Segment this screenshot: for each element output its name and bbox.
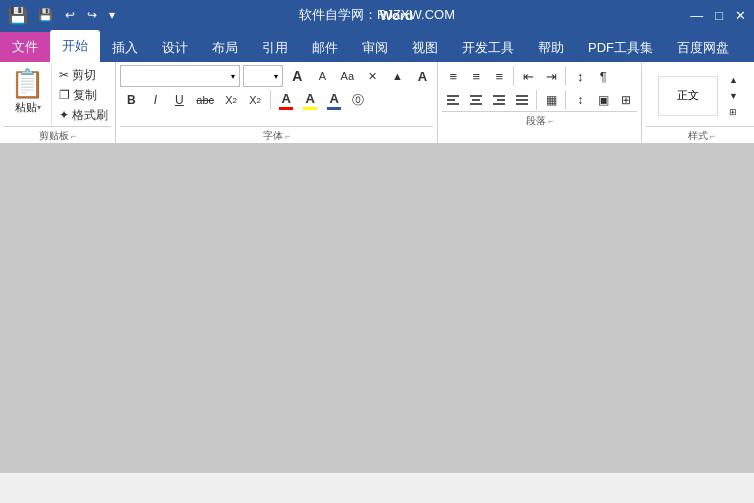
svg-rect-3 (470, 95, 482, 97)
border-button[interactable]: ⊞ (615, 89, 637, 111)
maximize-icon[interactable]: □ (715, 8, 723, 23)
svg-rect-1 (447, 99, 455, 101)
styles-more-button[interactable]: ⊞ (722, 105, 744, 119)
increase-indent-button[interactable]: ⇥ (540, 65, 562, 87)
align-left-icon (446, 93, 460, 107)
font-section-label[interactable]: 字体 ⌐ (120, 126, 433, 143)
clipboard-section: 📋 粘贴 ▾ ✂ 剪切 ❐ 复制 ✦ 格式刷 剪贴板 ⌐ (0, 62, 116, 143)
tab-baidu[interactable]: 百度网盘 (665, 34, 741, 62)
clipboard-expand-icon[interactable]: ⌐ (71, 131, 76, 141)
styles-content: 正文 ▲ ▼ ⊞ (646, 65, 754, 126)
svg-rect-7 (497, 99, 505, 101)
format-painter-button[interactable]: ✦ 格式刷 (56, 106, 111, 125)
clipboard-section-label[interactable]: 剪贴板 ⌐ (4, 126, 111, 143)
customize-quick-access-icon[interactable]: ▾ (105, 6, 119, 24)
numbering-button[interactable]: ≡ (465, 65, 487, 87)
window-title: 软件自学网：RJZXW.COM (299, 6, 455, 24)
tab-insert[interactable]: 插入 (100, 34, 150, 62)
line-spacing-button[interactable]: ↕ (569, 89, 591, 111)
align-right-button[interactable] (488, 89, 510, 111)
change-case-button[interactable]: Aa (336, 65, 358, 87)
font-size-dropdown[interactable]: ▾ (243, 65, 283, 87)
styles-expand-icon[interactable]: ⌐ (710, 131, 715, 141)
show-marks-button[interactable]: ¶ (592, 65, 614, 87)
font-format-row: B I U abc X2 X2 A A (120, 89, 433, 111)
tab-pdf[interactable]: PDF工具集 (576, 34, 665, 62)
para-divider1 (513, 66, 514, 86)
subscript-button[interactable]: X2 (220, 89, 242, 111)
underline-button[interactable]: U (168, 89, 190, 111)
multilevel-list-button[interactable]: ≡ (488, 65, 510, 87)
char-button[interactable]: A (411, 65, 433, 87)
tab-layout[interactable]: 布局 (200, 34, 250, 62)
save-icon[interactable]: 💾 (34, 6, 57, 24)
tab-developer[interactable]: 开发工具 (450, 34, 526, 62)
strikethrough-button[interactable]: abc (192, 89, 218, 111)
tab-design[interactable]: 设计 (150, 34, 200, 62)
svg-rect-5 (470, 103, 482, 105)
tab-references[interactable]: 引用 (250, 34, 300, 62)
align-center-button[interactable] (465, 89, 487, 111)
justify-icon (515, 93, 529, 107)
styles-scroll-down-button[interactable]: ▼ (722, 89, 744, 103)
font-shrink-button[interactable]: A (311, 65, 333, 87)
font-size-arrow: ▾ (274, 72, 278, 81)
decrease-indent-button[interactable]: ⇤ (517, 65, 539, 87)
tab-file[interactable]: 文件 (0, 32, 50, 62)
shading-button[interactable]: ▣ (592, 89, 614, 111)
clear-format-button[interactable]: ✕ (361, 65, 383, 87)
text-highlight-button[interactable]: ▲ (386, 65, 408, 87)
paragraph-expand-icon[interactable]: ⌐ (548, 116, 553, 126)
style-normal[interactable]: 正文 (658, 76, 718, 116)
undo-icon[interactable]: ↩ (61, 6, 79, 24)
sort-button[interactable]: ↕ (569, 65, 591, 87)
styles-scroll-up-button[interactable]: ▲ (722, 73, 744, 87)
shading-color-bar (327, 107, 341, 110)
para-divider4 (565, 90, 566, 110)
italic-button[interactable]: I (144, 89, 166, 111)
tab-help[interactable]: 帮助 (526, 34, 576, 62)
bold-button[interactable]: B (120, 89, 142, 111)
align-left-button[interactable] (442, 89, 464, 111)
paragraph-row1: ≡ ≡ ≡ ⇤ ⇥ ↕ ¶ (442, 65, 637, 87)
font-expand-icon[interactable]: ⌐ (285, 131, 290, 141)
font-highlight-color-button[interactable]: A (299, 89, 321, 111)
paste-button[interactable]: 📋 粘贴 ▾ (4, 65, 52, 126)
title-bar: 💾 💾 ↩ ↪ ▾ 软件自学网：RJZXW.COM Word — □ ✕ (0, 0, 754, 30)
bullets-button[interactable]: ≡ (442, 65, 464, 87)
app-icon: 💾 (8, 6, 28, 25)
tab-view[interactable]: 视图 (400, 34, 450, 62)
clipboard-small-buttons: ✂ 剪切 ❐ 复制 ✦ 格式刷 (52, 65, 111, 126)
close-icon[interactable]: ✕ (735, 8, 746, 23)
paragraph-section-label[interactable]: 段落 ⌐ (442, 111, 637, 128)
cut-button[interactable]: ✂ 剪切 (56, 66, 111, 85)
justify-button[interactable] (511, 89, 533, 111)
tab-home[interactable]: 开始 (50, 30, 100, 62)
copy-button[interactable]: ❐ 复制 (56, 86, 111, 105)
svg-rect-2 (447, 103, 459, 105)
font-color-button[interactable]: A (275, 89, 297, 111)
ribbon-row: 📋 粘贴 ▾ ✂ 剪切 ❐ 复制 ✦ 格式刷 剪贴板 ⌐ (0, 62, 754, 143)
columns-button[interactable]: ▦ (540, 89, 562, 111)
minimize-icon[interactable]: — (690, 8, 703, 23)
redo-icon[interactable]: ↪ (83, 6, 101, 24)
tab-mail[interactable]: 邮件 (300, 34, 350, 62)
svg-rect-8 (493, 103, 505, 105)
font-grow-button[interactable]: A (286, 65, 308, 87)
svg-rect-6 (493, 95, 505, 97)
quick-access-toolbar: 💾 ↩ ↪ ▾ (34, 6, 119, 24)
styles-section-label[interactable]: 样式 ⌐ (646, 126, 754, 143)
document-content-area[interactable] (0, 143, 754, 473)
font-name-dropdown[interactable]: ▾ (120, 65, 240, 87)
svg-rect-4 (472, 99, 480, 101)
paste-dropdown-arrow[interactable]: ▾ (37, 103, 41, 112)
styles-section: 正文 ▲ ▼ ⊞ 样式 ⌐ (642, 62, 754, 143)
tab-review[interactable]: 审阅 (350, 34, 400, 62)
char-shading-button[interactable]: A (323, 89, 345, 111)
title-bar-left: 💾 💾 ↩ ↪ ▾ (8, 6, 119, 25)
font-divider (270, 90, 271, 110)
svg-rect-9 (516, 95, 528, 97)
superscript-button[interactable]: X2 (244, 89, 266, 111)
paragraph-section: ≡ ≡ ≡ ⇤ ⇥ ↕ ¶ (438, 62, 642, 143)
encircle-button[interactable]: ⓪ (347, 89, 369, 111)
